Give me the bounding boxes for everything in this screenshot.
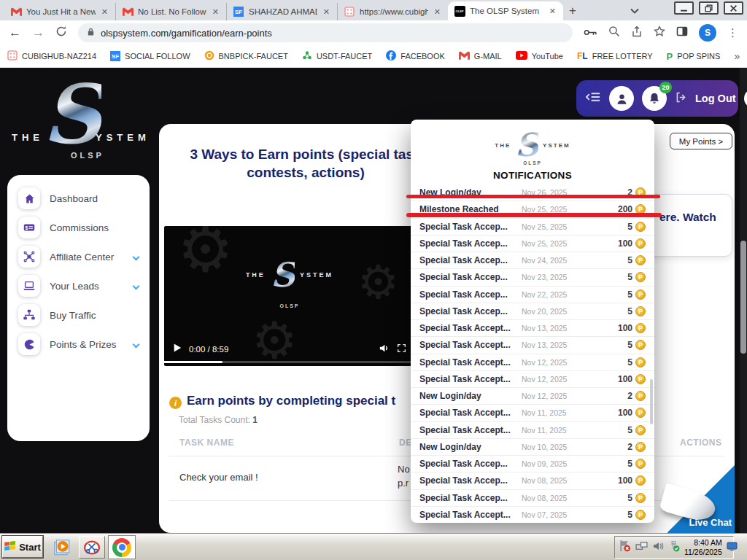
my-points-button[interactable]: My Points > bbox=[670, 133, 732, 149]
svg-text:$: $ bbox=[26, 225, 28, 231]
password-key-icon[interactable] bbox=[584, 26, 597, 39]
tab-close-icon[interactable]: ✕ bbox=[548, 7, 557, 16]
window-controls bbox=[674, 1, 743, 15]
browser-tab[interactable]: OLSPThe OLSP System✕ bbox=[448, 1, 563, 20]
tab-close-icon[interactable]: ✕ bbox=[100, 7, 109, 17]
live-chat-widget[interactable]: Live Chat bbox=[667, 465, 735, 533]
snipping-tool-taskbar-icon[interactable] bbox=[79, 536, 105, 559]
play-icon[interactable] bbox=[173, 343, 182, 356]
window-close-button[interactable] bbox=[724, 1, 743, 15]
sidebar-item-commissions[interactable]: $Commissions bbox=[7, 213, 150, 242]
notification-date: Nov 22, 2025 bbox=[522, 290, 593, 299]
bookmark-item[interactable]: PPOP SPINS bbox=[667, 51, 721, 62]
notification-row[interactable]: Special Task Accep...Nov 20, 20255P bbox=[411, 303, 654, 319]
notification-row[interactable]: Special Task Accep...Nov 25, 2025100P bbox=[411, 235, 654, 252]
window-restore-button[interactable] bbox=[699, 1, 719, 15]
coin-bookmark-icon bbox=[204, 50, 214, 62]
video-controls: 0:00 / 8:59 bbox=[164, 341, 415, 357]
back-icon[interactable]: ← bbox=[9, 26, 21, 40]
bookmark-item[interactable]: USDT-FAUCET bbox=[302, 50, 372, 62]
notification-row[interactable]: Special Task Accep...Nov 22, 20255P bbox=[411, 286, 654, 303]
logout-button[interactable]: Log Out bbox=[695, 93, 736, 104]
notification-row[interactable]: Special Task Accept...Nov 13, 20255P bbox=[411, 336, 654, 353]
notification-name: Special Task Accept... bbox=[419, 374, 522, 384]
tab-close-icon[interactable]: ✕ bbox=[211, 7, 220, 17]
sidebar-collapse-icon[interactable] bbox=[586, 91, 601, 106]
forward-icon[interactable]: → bbox=[32, 26, 44, 40]
notification-row[interactable]: New Login/dayNov 12, 20252P bbox=[411, 387, 654, 404]
video-logo-ystem: YSTEM bbox=[300, 271, 333, 279]
notification-row[interactable]: Special Task Accep...Nov 08, 20255P bbox=[411, 489, 654, 506]
side-panel-icon[interactable] bbox=[676, 26, 688, 40]
dice-favicon-icon bbox=[344, 7, 355, 17]
browser-tab[interactable]: You Just Hit a New✕ bbox=[4, 3, 115, 20]
browser-menu-icon[interactable]: ⋮ bbox=[727, 26, 738, 39]
sidebar-item-buy-traffic[interactable]: Buy Traffic bbox=[7, 300, 150, 330]
action-center-flag-icon[interactable] bbox=[619, 540, 631, 555]
bookmarks-overflow-chevron[interactable]: » bbox=[734, 50, 744, 62]
zoom-icon[interactable] bbox=[608, 26, 620, 40]
media-player-taskbar-icon[interactable] bbox=[50, 536, 74, 559]
fb-bookmark-icon bbox=[386, 50, 396, 62]
notification-row[interactable]: Special Task Accept...Nov 11, 20255P bbox=[411, 421, 654, 438]
notifications-scrollbar-thumb[interactable] bbox=[650, 379, 653, 424]
bookmark-item[interactable]: YouTube bbox=[516, 51, 563, 61]
sidebar-item-points-prizes[interactable]: Points & Prizes bbox=[7, 330, 150, 359]
chevron-down-icon bbox=[133, 282, 140, 289]
volume-tray-icon[interactable] bbox=[652, 540, 664, 555]
notification-row[interactable]: Special Task Accep...Nov 08, 2025100P bbox=[411, 472, 654, 489]
notification-row[interactable]: Special Task Accep...Nov 25, 20255P bbox=[411, 218, 654, 235]
address-bar[interactable]: olspsystem.com/gamification/earn-points bbox=[78, 23, 573, 42]
fullscreen-icon[interactable] bbox=[397, 343, 406, 356]
show-desktop-icon[interactable] bbox=[727, 540, 738, 555]
profile-avatar[interactable]: S bbox=[699, 24, 716, 42]
tab-close-icon[interactable]: ✕ bbox=[322, 7, 331, 17]
notification-row[interactable]: Special Task Accep...Nov 23, 20255P bbox=[411, 268, 654, 285]
page-scrollbar[interactable] bbox=[740, 68, 747, 533]
notification-row[interactable]: Special Task Accept...Nov 13, 2025100P bbox=[411, 319, 654, 336]
video-progress-bar[interactable] bbox=[164, 361, 415, 363]
bookmark-star-icon[interactable] bbox=[654, 26, 665, 40]
usb-safely-remove-icon[interactable] bbox=[668, 540, 680, 555]
bookmark-item[interactable]: SFSOCIAL FOLLOW bbox=[110, 51, 190, 62]
window-minimize-button[interactable] bbox=[674, 1, 694, 15]
chevron-down-icon bbox=[133, 341, 140, 348]
sidebar-item-your-leads[interactable]: Your Leads bbox=[7, 271, 150, 300]
notification-row[interactable]: Special Task Accept...Nov 12, 2025100P bbox=[411, 370, 654, 387]
tab-search-chevron-icon[interactable] bbox=[630, 4, 639, 17]
notifications-bell-button[interactable]: 20 bbox=[642, 86, 667, 111]
share-icon[interactable] bbox=[631, 26, 643, 40]
start-button[interactable]: Start bbox=[2, 536, 43, 558]
points-coin-icon: P bbox=[635, 289, 646, 300]
notification-row[interactable]: Special Task Accept...Nov 11, 2025100P bbox=[411, 404, 654, 421]
reload-icon[interactable] bbox=[55, 26, 67, 40]
bookmark-item[interactable]: FACEBOOK bbox=[386, 50, 445, 62]
new-tab-button[interactable]: + bbox=[563, 4, 582, 18]
notification-row[interactable]: Special Task Accep...Nov 09, 20255P bbox=[411, 455, 654, 472]
chrome-taskbar-icon[interactable] bbox=[108, 535, 136, 559]
browser-tab[interactable]: https://www.cubigh✕ bbox=[337, 3, 448, 20]
sidebar-item-affiliate-center[interactable]: Affiliate Center bbox=[7, 242, 150, 271]
bookmark-item[interactable]: BNBPICK-FAUCET bbox=[204, 50, 288, 62]
tab-close-icon[interactable]: ✕ bbox=[433, 7, 442, 17]
volume-icon[interactable] bbox=[379, 343, 390, 357]
video-player[interactable]: ⚙ ⚙ ⚙ THE S YSTEM OLSP 0:00 / 8:59 bbox=[164, 226, 415, 366]
notification-row[interactable]: Special Task Accept...Nov 07, 20255P bbox=[411, 506, 654, 523]
browser-tab[interactable]: No List. No Followin✕ bbox=[115, 3, 226, 20]
sidebar-item-dashboard[interactable]: Dashboard bbox=[7, 184, 150, 213]
notification-row[interactable]: Special Task Accep...Nov 24, 20255P bbox=[411, 252, 654, 268]
bookmark-item[interactable]: CUBIGHUB-NAZ214 bbox=[7, 50, 96, 62]
notification-row[interactable]: New Login/dayNov 10, 20252P bbox=[411, 438, 654, 455]
network-icon[interactable] bbox=[635, 540, 648, 555]
notification-date: Nov 08, 2025 bbox=[522, 494, 593, 502]
tray-clock[interactable]: 8:40 AM 11/26/2025 bbox=[684, 538, 722, 556]
bookmark-item[interactable]: G-MAIL bbox=[459, 51, 502, 61]
bookmark-label: CUBIGHUB-NAZ214 bbox=[22, 52, 96, 61]
profile-icon[interactable] bbox=[609, 86, 634, 111]
notification-row[interactable]: Special Task Accept...Nov 12, 20255P bbox=[411, 354, 654, 370]
annotation-red-line-1 bbox=[406, 195, 660, 198]
browser-tab[interactable]: SFSHAHZAD AHMAD✕ bbox=[226, 3, 337, 20]
page-scrollbar-thumb[interactable] bbox=[740, 241, 746, 354]
bookmark-item[interactable]: FLFREE LOTTERY bbox=[577, 51, 653, 61]
bookmark-label: YouTube bbox=[532, 52, 563, 61]
